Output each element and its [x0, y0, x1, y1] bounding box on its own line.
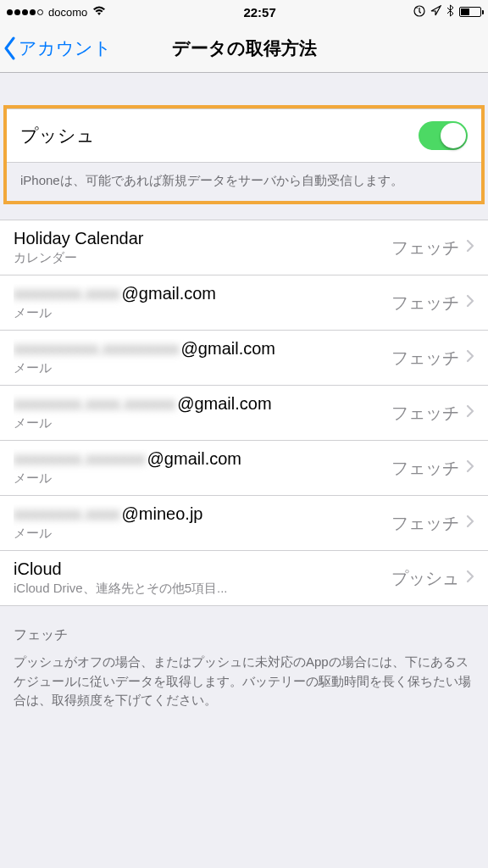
chevron-right-icon: [466, 459, 474, 476]
account-sub: メール: [14, 415, 391, 431]
push-row[interactable]: プッシュ: [7, 108, 481, 163]
account-row[interactable]: Holiday Calendarカレンダーフェッチ: [0, 220, 488, 275]
account-title: xxxxxxxx.xxxx@mineo.jp: [14, 504, 391, 524]
account-sub: カレンダー: [14, 250, 391, 266]
account-sub: メール: [14, 470, 391, 487]
battery-icon: [459, 7, 481, 17]
nav-bar: アカウント データの取得方法: [0, 24, 488, 73]
account-value: フェッチ: [391, 512, 459, 535]
chevron-right-icon: [466, 349, 474, 366]
chevron-left-icon: [3, 36, 17, 60]
account-value: フェッチ: [391, 292, 459, 314]
account-title: iCloud: [14, 559, 391, 579]
account-title: xxxxxxxx.xxxxxxx@gmail.com: [14, 449, 391, 469]
account-row[interactable]: xxxxxxxx.xxxx.xxxxxx@gmail.comメールフェッチ: [0, 386, 488, 441]
account-title: xxxxxxxx.xxxx@gmail.com: [14, 284, 391, 303]
push-toggle[interactable]: [419, 121, 468, 150]
account-value: プッシュ: [391, 567, 459, 590]
account-value: フェッチ: [391, 347, 459, 370]
account-value: フェッチ: [391, 402, 459, 425]
rotation-lock-icon: [413, 5, 425, 19]
account-row[interactable]: xxxxxxxx.xxxxxxx@gmail.comメールフェッチ: [0, 441, 488, 496]
chevron-right-icon: [466, 570, 474, 587]
back-button[interactable]: アカウント: [0, 36, 112, 60]
signal-dots-icon: [7, 9, 43, 15]
account-value: フェッチ: [391, 457, 459, 480]
chevron-right-icon: [466, 404, 474, 421]
account-title: Holiday Calendar: [14, 229, 391, 248]
account-sub: メール: [14, 360, 391, 376]
account-row[interactable]: iCloudiCloud Drive、連絡先とその他5項目...プッシュ: [0, 551, 488, 605]
chevron-right-icon: [466, 515, 474, 531]
bluetooth-icon: [446, 4, 454, 19]
back-label: アカウント: [19, 36, 112, 60]
account-row[interactable]: xxxxxxxx.xxxx@gmail.comメールフェッチ: [0, 275, 488, 331]
fetch-section-header: フェッチ: [0, 606, 488, 649]
push-highlight-box: プッシュ iPhoneは、可能であれば新規データをサーバから自動受信します。: [3, 105, 485, 204]
account-sub: メール: [14, 305, 391, 321]
push-footer: iPhoneは、可能であれば新規データをサーバから自動受信します。: [7, 163, 481, 201]
account-title: xxxxxxxx.xxxx.xxxxxx@gmail.com: [14, 394, 391, 414]
chevron-right-icon: [466, 294, 474, 311]
account-row[interactable]: xxxxxxxxxx.xxxxxxxxx@gmail.comメールフェッチ: [0, 331, 488, 386]
chevron-right-icon: [466, 239, 474, 256]
status-bar: docomo 22:57: [0, 0, 488, 24]
status-time: 22:57: [243, 5, 275, 19]
account-value: フェッチ: [391, 236, 459, 259]
wifi-icon: [92, 5, 106, 19]
accounts-list: Holiday Calendarカレンダーフェッチxxxxxxxx.xxxx@g…: [0, 220, 488, 606]
push-label: プッシュ: [20, 124, 95, 147]
account-sub: iCloud Drive、連絡先とその他5項目...: [14, 581, 391, 597]
fetch-section-footer: プッシュがオフの場合、またはプッシュに未対応のAppの場合には、下にあるスケジュ…: [0, 649, 488, 724]
account-sub: メール: [14, 526, 391, 542]
carrier-label: docomo: [48, 6, 87, 19]
location-icon: [430, 5, 441, 19]
account-row[interactable]: xxxxxxxx.xxxx@mineo.jpメールフェッチ: [0, 496, 488, 551]
account-title: xxxxxxxxxx.xxxxxxxxx@gmail.com: [14, 339, 391, 359]
